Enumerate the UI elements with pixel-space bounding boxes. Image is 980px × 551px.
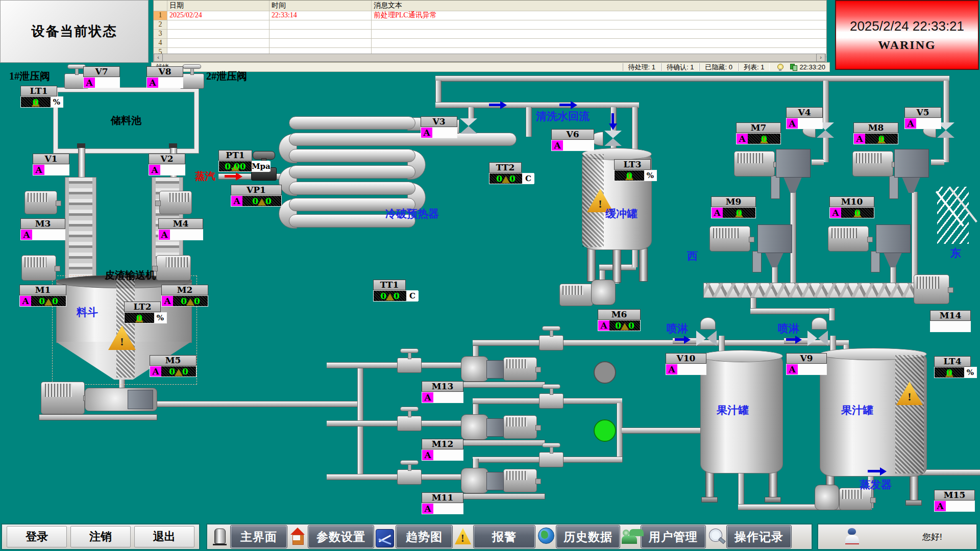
separator-support [752, 251, 762, 272]
motor-m3[interactable] [24, 191, 57, 214]
west-label: 西 [687, 249, 698, 263]
tag-M3[interactable]: M3A [20, 218, 65, 240]
nav-parameter-settings-button[interactable]: 参数设置 [308, 525, 374, 548]
tag-M8[interactable]: M8A0 [853, 122, 898, 144]
tag-label: LT3 [614, 159, 651, 170]
alarm-table-scrollbar[interactable]: ‹ › [153, 54, 826, 62]
scroll-left-icon[interactable]: ‹ [154, 54, 163, 62]
motor-m6[interactable] [559, 284, 593, 306]
motor-m7[interactable] [734, 151, 775, 177]
tag-M9[interactable]: M9A0 [711, 196, 756, 218]
motor-m13[interactable] [503, 357, 537, 381]
inline-valve[interactable] [539, 452, 564, 467]
tag-V10[interactable]: V10A [666, 353, 706, 375]
tag-LT3[interactable]: LT30% [614, 159, 657, 181]
spray-valve-2[interactable] [807, 331, 828, 346]
motor-m8[interactable] [852, 151, 893, 177]
status-clock: 22:33:20 [799, 63, 825, 71]
tag-M6[interactable]: M6A00 [598, 309, 641, 331]
inline-valve[interactable] [397, 416, 422, 431]
tag-LT2[interactable]: LT20% [124, 302, 167, 323]
motor-m1[interactable] [21, 255, 56, 281]
blank-cell [433, 450, 463, 460]
tag-V1[interactable]: V1A [33, 154, 69, 176]
blank-cell [798, 118, 822, 129]
hopper-pump-motor[interactable] [41, 382, 85, 414]
tag-LT4[interactable]: LT40% [934, 356, 977, 378]
inline-valve[interactable] [539, 393, 564, 409]
alarm-row[interactable]: 4 [154, 39, 826, 48]
tag-V4[interactable]: V4A [786, 107, 823, 129]
motor-m11[interactable] [503, 469, 537, 492]
motor-m2[interactable] [156, 255, 191, 281]
pump-coupling [486, 360, 504, 379]
motor-m14[interactable] [914, 274, 949, 304]
tag-TT1[interactable]: TT100C [373, 280, 418, 302]
tag-M7[interactable]: M7A0 [736, 122, 781, 144]
tag-V6[interactable]: V6A [551, 129, 594, 151]
alarm-row[interactable]: 3 [154, 30, 826, 39]
alarm-row[interactable]: 2 [154, 20, 826, 30]
tag-M14[interactable]: M14 [930, 310, 971, 332]
pump-m15[interactable] [815, 485, 839, 510]
spray-valve-1[interactable] [696, 331, 717, 346]
exit-button[interactable]: 退出 [134, 526, 194, 547]
login-button[interactable]: 登录 [7, 526, 67, 547]
logout-button[interactable]: 注销 [70, 526, 131, 547]
pump-m11[interactable] [461, 468, 488, 493]
separator-cone [882, 252, 903, 267]
motor-m12[interactable] [503, 415, 537, 439]
tag-V8[interactable]: V8A [146, 66, 183, 88]
tank-leg [612, 249, 621, 283]
tag-M13[interactable]: M13A [422, 381, 463, 403]
tag-M2[interactable]: M2A00 [161, 285, 208, 307]
tag-VP1[interactable]: VP1A00 [231, 185, 282, 207]
inline-valve[interactable] [539, 335, 564, 350]
relief-valve-2[interactable] [180, 73, 204, 89]
nav-user-management-button[interactable]: 用户管理 [641, 525, 705, 548]
tag-LT1[interactable]: LT10% [20, 86, 63, 108]
tag-TT2[interactable]: TT200C [489, 162, 534, 184]
tag-PT1[interactable]: PT10.00Mpa [218, 150, 270, 172]
tag-M10[interactable]: M10A0 [829, 196, 874, 218]
pipe [772, 266, 778, 284]
alarm-table-header: 日期 时间 消息文本 [154, 1, 826, 11]
scroll-right-icon[interactable]: › [816, 54, 825, 62]
tag-M4[interactable]: M4A [158, 218, 203, 240]
tag-V5[interactable]: V5A [904, 107, 941, 129]
mode-cell: A [149, 165, 160, 175]
nav-trend-chart-button[interactable]: 趋势图 [396, 525, 452, 548]
tag-label: V9 [786, 353, 827, 364]
motor-m4[interactable] [159, 191, 192, 214]
tag-M5[interactable]: M5A00 [150, 355, 197, 377]
tag-V2[interactable]: V2A [149, 154, 185, 176]
tag-M15[interactable]: M15A [934, 490, 975, 512]
nav-history-data-button[interactable]: 历史数据 [556, 525, 620, 548]
inline-valve[interactable] [397, 469, 422, 485]
nav-main-screen-button[interactable]: 主界面 [231, 525, 287, 548]
col-time: 时间 [270, 1, 372, 11]
tag-V7[interactable]: V7A [83, 66, 120, 88]
alarm-row[interactable]: 1 2025/02/24 22:33:14 前处理PLC通讯异常 [154, 11, 826, 20]
tag-label: V3 [421, 116, 457, 127]
storage-pool-label: 储料池 [111, 114, 141, 128]
nav-alarm-button[interactable]: 报警 [474, 525, 535, 548]
tag-M12[interactable]: M12A [422, 439, 463, 461]
tag-label: LT4 [934, 356, 971, 367]
tag-M1[interactable]: M1A00 [19, 285, 66, 307]
tag-V3[interactable]: V3A [421, 116, 457, 138]
mode-cell: A [666, 364, 677, 374]
tag-V9[interactable]: V9A [786, 353, 827, 375]
pump-m12[interactable] [461, 414, 488, 440]
bulb-icon[interactable] [777, 64, 783, 71]
nav-operation-log-button[interactable]: 操作记录 [727, 525, 791, 548]
alarm-table[interactable]: 日期 时间 消息文本 1 2025/02/24 22:33:14 前处理PLC通… [153, 0, 827, 62]
valve-v3-body[interactable] [460, 118, 477, 134]
valve-v6-body[interactable] [604, 131, 622, 146]
tag-M11[interactable]: M11A [422, 492, 463, 514]
pump-m13[interactable] [461, 356, 488, 382]
inline-valve[interactable] [397, 358, 422, 373]
pump-m6[interactable] [591, 280, 616, 305]
motor-m9[interactable] [709, 226, 750, 252]
motor-m10[interactable] [828, 226, 869, 252]
